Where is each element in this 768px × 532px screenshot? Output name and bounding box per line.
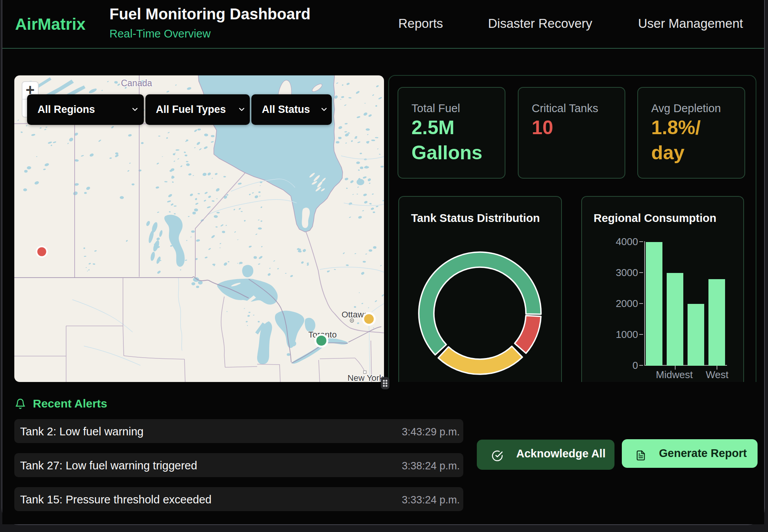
svg-text:New York: New York xyxy=(348,373,384,382)
svg-text:Canada: Canada xyxy=(121,78,152,88)
